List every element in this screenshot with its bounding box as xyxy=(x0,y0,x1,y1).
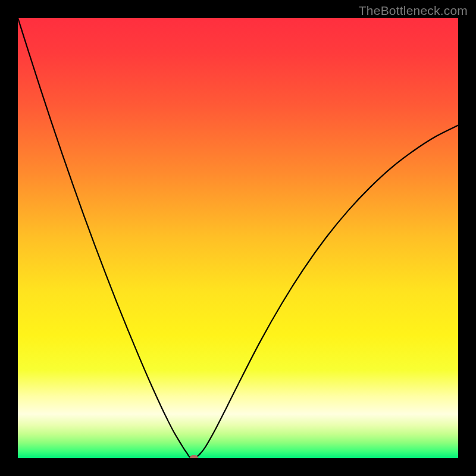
optimal-point-marker xyxy=(190,455,198,458)
curve-layer xyxy=(18,18,458,458)
chart-frame: TheBottleneck.com xyxy=(0,0,476,476)
plot-area xyxy=(18,18,458,458)
bottleneck-curve xyxy=(18,18,458,458)
watermark-text: TheBottleneck.com xyxy=(359,4,468,18)
